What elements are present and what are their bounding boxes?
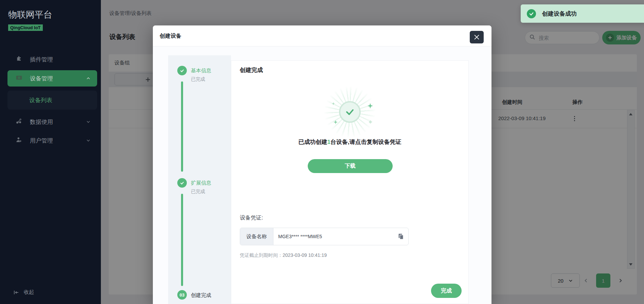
credential-section-label: 设备凭证:: [240, 214, 263, 222]
download-button[interactable]: 下载: [308, 159, 393, 173]
step-connector: [181, 81, 183, 172]
step2-label: 扩展信息: [191, 180, 211, 186]
credential-field-label: 设备名称: [240, 228, 273, 245]
collapse-label: 收起: [24, 289, 34, 296]
credential-value-input[interactable]: [273, 228, 393, 245]
sidebar-item-device-list[interactable]: 设备列表: [7, 91, 97, 110]
copy-icon: [398, 233, 404, 240]
toast-message: 创建设备成功: [542, 10, 577, 18]
app-badge: QingCloud IoT: [8, 24, 43, 31]
create-device-modal: 创建设备 基本信息 已完成 扩展信息 已完成 03 创建完成 创建完成: [153, 25, 491, 304]
sidebar-item-label: 插件管理: [30, 56, 91, 63]
user-management-icon: [16, 136, 22, 145]
credential-expiry: 凭证截止到期时间：2023-03-09 10:41:19: [240, 252, 327, 259]
puzzle-icon: [16, 55, 22, 64]
step3-number-badge: 03: [177, 290, 187, 300]
sidebar-subitem-label: 设备列表: [29, 96, 52, 104]
sidebar-collapse-button[interactable]: 收起: [13, 289, 34, 296]
collapse-arrow-icon: [13, 289, 20, 296]
device-icon: [16, 74, 22, 83]
sidebar: 物联网平台 QingCloud IoT 插件管理: [0, 0, 101, 304]
chevron-down-icon: [86, 138, 91, 143]
sidebar-item-label: 设备管理: [30, 75, 86, 82]
step1-label: 基本信息: [191, 68, 211, 74]
app-screen: 设备管理/设备列表 设备列表 添加设备 设备组: [0, 0, 644, 304]
credential-expiry-label: 凭证截止到期时间：: [240, 252, 283, 258]
sidebar-item-label: 数据使用: [30, 118, 86, 126]
credential-expiry-value: 2023-03-09 10:41:19: [283, 252, 327, 258]
chevron-down-icon: [86, 119, 91, 125]
success-message-suffix: 台设备,请点击复制设备凭证: [330, 139, 401, 145]
modal-content: 创建完成 已成功创建1台设备,请点击复制设备凭证 下载 设备凭证: 设备名称: [231, 60, 469, 304]
step-heading: 创建完成: [240, 66, 263, 74]
success-toast: 创建设备成功: [521, 4, 644, 23]
finish-button[interactable]: 完成: [431, 284, 462, 298]
app-title: 物联网平台: [8, 9, 52, 21]
success-message: 已成功创建1台设备,请点击复制设备凭证: [231, 138, 468, 146]
step1-status: 已完成: [191, 76, 205, 82]
success-message-count: 1: [327, 139, 330, 145]
sidebar-item-label: 用户管理: [30, 137, 86, 145]
copy-button[interactable]: [393, 228, 408, 245]
modal-title: 创建设备: [160, 33, 181, 40]
data-usage-icon: [16, 118, 22, 126]
step3-label: 创建完成: [191, 292, 211, 299]
close-icon: [474, 35, 479, 40]
step2-check-icon: [177, 178, 187, 188]
sidebar-item-device-management[interactable]: 设备管理: [7, 70, 97, 87]
sidebar-item-plugin-management[interactable]: 插件管理: [7, 51, 97, 68]
success-message-prefix: 已成功创建: [298, 139, 327, 145]
step2-status: 已完成: [191, 189, 205, 195]
sidebar-item-data-usage[interactable]: 数据使用: [7, 114, 97, 130]
modal-close-button[interactable]: [470, 31, 484, 43]
wizard-steps: 基本信息 已完成 扩展信息 已完成 03 创建完成: [168, 55, 231, 304]
modal-header: 创建设备: [153, 25, 491, 46]
step-connector: [181, 194, 183, 286]
sidebar-item-user-management[interactable]: 用户管理: [7, 132, 97, 149]
step1-check-icon: [177, 66, 187, 75]
credential-field-group: 设备名称: [240, 228, 409, 245]
toast-check-icon: [527, 9, 536, 18]
success-check-icon: [339, 101, 361, 123]
chevron-up-icon: [86, 76, 91, 81]
